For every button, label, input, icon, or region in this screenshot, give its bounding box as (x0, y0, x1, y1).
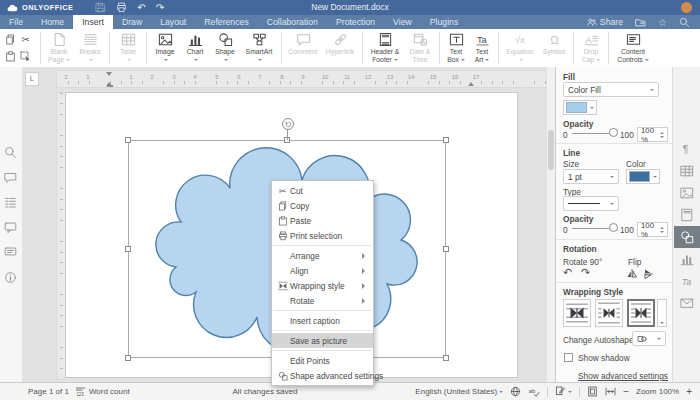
left-indent-marker[interactable] (107, 85, 113, 88)
favorites-star-icon[interactable]: ☆ (658, 17, 667, 28)
menu-item-insert-caption[interactable]: Insert caption (272, 313, 373, 328)
feedback-icon[interactable] (4, 246, 17, 259)
paste-button[interactable] (5, 51, 16, 62)
blank-page-button[interactable]: BlankPage (44, 29, 74, 67)
resize-handle-sw[interactable] (125, 355, 131, 361)
fill-color-swatch[interactable] (563, 100, 597, 115)
spell-checking-icon[interactable]: ab (528, 386, 540, 398)
symbol-button[interactable]: Ω Symbol (538, 29, 570, 67)
date-time-button[interactable]: Date &Time (404, 29, 436, 67)
first-line-indent-marker[interactable] (106, 72, 112, 79)
fit-to-width-button[interactable] (605, 386, 616, 397)
resize-handle-se[interactable] (443, 355, 449, 361)
comments-panel-icon[interactable] (4, 171, 17, 184)
save-button[interactable] (95, 2, 106, 13)
breaks-button[interactable]: Breaks (74, 29, 106, 67)
resize-handle-e[interactable] (443, 246, 449, 252)
line-size-dropdown[interactable]: 1 pt (563, 169, 619, 184)
chart-button[interactable]: Chart (180, 29, 210, 67)
menu-item-rotate[interactable]: Rotate (272, 293, 373, 308)
horizontal-ruler[interactable]: 2 1 1 2 3 4 5 6 7 8 9 10 11 12 13 14 15 … (56, 70, 547, 88)
line-opacity-slider[interactable] (572, 223, 616, 233)
menu-item-align[interactable]: Align (272, 263, 373, 278)
tab-draw[interactable]: Draw (113, 15, 151, 29)
track-changes-button[interactable] (555, 386, 572, 397)
word-count-button[interactable]: 123 Word count (75, 386, 130, 397)
zoom-in-button[interactable]: + (686, 386, 692, 397)
line-type-dropdown[interactable] (563, 196, 619, 211)
tab-view[interactable]: View (384, 15, 421, 29)
tab-collaboration[interactable]: Collaboration (258, 15, 327, 29)
wrap-square-thumbnail[interactable] (595, 299, 623, 327)
chat-panel-icon[interactable] (4, 221, 17, 234)
zoom-level[interactable]: Zoom 100% (636, 387, 679, 396)
tab-references[interactable]: References (195, 15, 257, 29)
tab-layout[interactable]: Layout (151, 15, 195, 29)
image-settings-icon[interactable] (680, 186, 694, 200)
chart-settings-icon[interactable] (680, 252, 694, 266)
menu-item-copy[interactable]: Copy (272, 198, 373, 213)
navigation-panel-icon[interactable] (4, 196, 17, 209)
line-opacity-spinner[interactable]: 100 % (637, 222, 668, 237)
fill-type-dropdown[interactable]: Color Fill (563, 82, 659, 97)
shape-settings-tool-icon[interactable] (680, 230, 694, 244)
menu-item-arrange[interactable]: Arrange (272, 248, 373, 263)
shape-button[interactable]: Shape (210, 29, 240, 67)
flip-vertical-button[interactable] (642, 268, 654, 280)
about-icon[interactable] (4, 271, 17, 284)
set-language-globe-icon[interactable] (510, 386, 521, 397)
menu-item-print-selection[interactable]: Print selection (272, 228, 373, 243)
equation-button[interactable]: √x Equation (502, 29, 538, 67)
rotation-handle[interactable] (282, 118, 294, 130)
show-shadow-checkbox[interactable] (564, 353, 573, 362)
table-settings-icon[interactable] (680, 164, 694, 178)
copy-button[interactable] (5, 34, 16, 45)
redo-button[interactable]: ↷ (156, 2, 164, 13)
header-footer-button[interactable]: Header &Footer (366, 29, 404, 67)
text-art-button[interactable]: Ta TextArt (469, 29, 495, 67)
flip-horizontal-button[interactable] (626, 268, 638, 280)
fit-to-page-button[interactable] (587, 386, 598, 397)
line-color-swatch[interactable] (626, 169, 660, 184)
document-language-button[interactable]: English (United States) (415, 387, 503, 396)
fill-opacity-spinner[interactable]: 100 % (637, 127, 668, 142)
wrap-tight-thumbnail[interactable] (627, 299, 655, 327)
tab-protection[interactable]: Protection (327, 15, 384, 29)
resize-handle-ne[interactable] (443, 137, 449, 143)
rotate-left-button[interactable]: ↶ (563, 266, 572, 279)
menu-item-wrapping-style[interactable]: Wrapping style (272, 278, 373, 293)
menu-item-edit-points[interactable]: Edit Points (272, 353, 373, 368)
drop-cap-button[interactable]: A DropCap (577, 29, 605, 67)
paragraph-settings-icon[interactable]: ¶ (680, 142, 694, 156)
vertical-scrollbar-thumb[interactable] (548, 130, 554, 170)
text-art-settings-icon[interactable]: Ta (680, 274, 694, 288)
show-advanced-settings-link[interactable]: Show advanced settings (578, 371, 668, 381)
change-autoshape-button[interactable] (632, 331, 666, 346)
text-box-button[interactable]: TextBox (443, 29, 469, 67)
hyperlink-button[interactable]: Hyperlink (321, 29, 359, 67)
menu-item-paste[interactable]: Paste (272, 213, 373, 228)
tab-home[interactable]: Home (32, 15, 73, 29)
image-button[interactable]: Image (150, 29, 180, 67)
right-indent-marker[interactable] (468, 79, 474, 86)
wrapping-style-more-button[interactable] (657, 299, 667, 327)
smartart-button[interactable]: SmartArt (240, 29, 278, 67)
menu-item-save-as-picture[interactable]: Save as picture (272, 333, 373, 348)
tab-plugins[interactable]: Plugins (421, 15, 468, 29)
table-button[interactable]: Table (113, 29, 143, 67)
select-button[interactable] (20, 51, 31, 62)
share-button[interactable]: Share (586, 17, 623, 28)
fill-opacity-slider[interactable] (572, 128, 616, 138)
print-button[interactable] (116, 2, 127, 13)
menu-item-shape-advanced-settings[interactable]: Shape advanced settings (272, 368, 373, 383)
resize-handle-w[interactable] (125, 246, 131, 252)
resize-handle-nw[interactable] (125, 137, 131, 143)
header-footer-settings-icon[interactable] (680, 208, 694, 222)
comment-button[interactable]: Comment (285, 29, 321, 67)
content-controls-button[interactable]: ContentControls (612, 29, 654, 67)
user-avatar[interactable] (681, 2, 692, 13)
rotate-right-button[interactable]: ↷ (581, 266, 590, 279)
undo-button[interactable]: ↶ (137, 2, 145, 13)
tab-insert[interactable]: Insert (73, 15, 113, 29)
open-file-location-button[interactable] (635, 17, 646, 28)
